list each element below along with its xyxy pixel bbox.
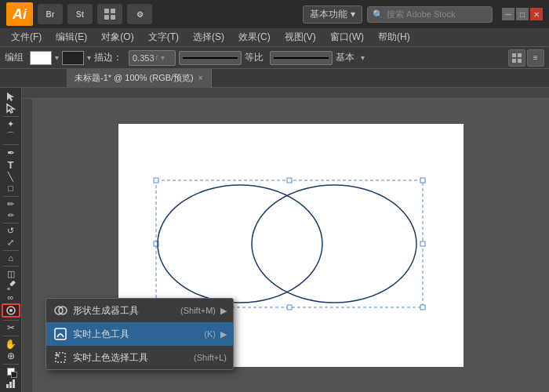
main-area: ✦ ⌒ ✒ T ╲ □ ✏ ✏ ↺ ⤢ ⌂ ◫ ∞ ✂ [0, 88, 549, 392]
ruler-top [22, 88, 549, 99]
svg-rect-17 [156, 180, 423, 307]
equal-label: 等比 [245, 51, 264, 64]
fill-color[interactable] [30, 51, 52, 65]
close-button[interactable]: ✕ [530, 8, 543, 20]
svg-rect-5 [518, 53, 522, 57]
live-paint-select-label: 实时上色选择工具 [73, 351, 189, 365]
live-paint-select-shortcut: (Shift+L) [194, 353, 227, 362]
stroke-color[interactable] [62, 51, 84, 65]
menu-text[interactable]: 文字(T) [142, 29, 185, 45]
menu-view[interactable]: 视图(V) [278, 29, 322, 45]
tool-rect[interactable]: □ [2, 183, 20, 194]
svg-rect-15 [9, 382, 12, 388]
tool-scissors[interactable]: ✂ [2, 322, 20, 333]
menu-effect[interactable]: 效果(C) [232, 29, 277, 45]
svg-rect-20 [420, 178, 425, 183]
maximize-button[interactable]: □ [516, 8, 529, 20]
ctx-shape-builder[interactable]: 形状生成器工具 (Shift+M) ▶ [46, 299, 233, 322]
svg-rect-0 [104, 9, 109, 13]
menu-object[interactable]: 对象(O) [95, 29, 140, 45]
menu-window[interactable]: 窗口(W) [324, 29, 370, 45]
tool-direct-select[interactable] [2, 103, 20, 114]
svg-rect-10 [9, 281, 16, 287]
arrange-icon[interactable]: ⚙ [127, 4, 152, 24]
svg-marker-9 [7, 104, 14, 113]
minimize-button[interactable]: ─ [502, 8, 514, 20]
tool-chart[interactable] [2, 378, 20, 389]
panel-icon[interactable]: ≡ [527, 49, 544, 67]
shape-builder-arrow: ▶ [220, 306, 227, 316]
svg-rect-18 [154, 178, 158, 183]
canvas-area[interactable]: 形状生成器工具 (Shift+M) ▶ 实时上色工具 (K) ▶ [22, 88, 549, 392]
ctx-live-paint-select[interactable]: 实时上色选择工具 (Shift+L) [46, 346, 233, 369]
svg-point-26 [158, 185, 322, 303]
tool-zoom[interactable]: ⊕ [2, 350, 20, 361]
basic-label: 基本 [336, 51, 354, 64]
tool-pen[interactable]: ✒ [2, 147, 20, 158]
live-paint-label: 实时上色工具 [73, 328, 199, 341]
grid-view-icon[interactable] [508, 49, 525, 67]
svg-rect-2 [104, 15, 109, 20]
tool-lasso[interactable]: ⌒ [2, 130, 20, 142]
svg-rect-7 [518, 59, 522, 63]
title-bar: Ai Br St ⚙ 基本功能 ▾ 🔍 搜索 Adobe Stock ─ □ ✕ [0, 0, 549, 28]
tool-blend[interactable]: ∞ [2, 292, 20, 303]
tool-select[interactable] [2, 91, 20, 102]
menu-edit[interactable]: 编辑(E) [49, 29, 93, 45]
live-paint-arrow: ▶ [220, 329, 227, 339]
stock-search[interactable]: 🔍 搜索 Adobe Stock [367, 6, 493, 23]
svg-rect-22 [420, 241, 425, 246]
tool-gradient[interactable]: ◫ [2, 269, 20, 280]
tool-type[interactable]: T [2, 159, 20, 171]
svg-marker-8 [7, 93, 14, 101]
shape-builder-label: 形状生成器工具 [73, 304, 176, 318]
tool-hand[interactable]: ✋ [2, 339, 20, 350]
tool-pencil[interactable]: ✏ [2, 210, 20, 221]
tool-line[interactable]: ╲ [2, 172, 20, 183]
document-tab[interactable]: 未标题-1* @ 100% (RGB/预览) × [67, 69, 212, 88]
tool-live-paint[interactable] [2, 303, 20, 318]
workspace-dropdown[interactable]: 基本功能 ▾ [303, 5, 362, 24]
tool-brush[interactable]: ✏ [2, 198, 20, 209]
shape-builder-icon [53, 303, 68, 318]
shape-builder-shortcut: (Shift+M) [180, 306, 216, 315]
stroke-label: 描边： [94, 51, 122, 64]
svg-rect-14 [6, 384, 9, 388]
svg-marker-32 [56, 354, 60, 358]
live-paint-icon [53, 326, 68, 342]
arrange-icons: ≡ [508, 49, 544, 67]
svg-rect-4 [512, 53, 516, 57]
tool-warp[interactable]: ⌂ [2, 253, 20, 264]
stock-icon[interactable]: St [67, 4, 93, 24]
svg-rect-19 [287, 178, 292, 183]
live-paint-select-icon [53, 350, 68, 365]
grid-icon[interactable] [97, 4, 122, 24]
stroke-profile[interactable] [270, 51, 333, 65]
doc-tab-bar: 未标题-1* @ 100% (RGB/预览) × [0, 69, 549, 88]
svg-rect-1 [111, 9, 115, 13]
menu-help[interactable]: 帮助(H) [372, 29, 416, 45]
menu-file[interactable]: 文件(F) [5, 29, 48, 45]
svg-rect-6 [512, 59, 516, 63]
doc-tab-close[interactable]: × [198, 74, 203, 82]
svg-point-27 [252, 185, 416, 303]
tool-colors[interactable] [2, 366, 20, 377]
menu-select[interactable]: 选择(S) [187, 29, 231, 45]
window-controls: ─ □ ✕ [502, 8, 543, 20]
tool-scale[interactable]: ⤢ [2, 237, 20, 248]
tool-eyedropper[interactable] [2, 280, 20, 291]
options-label: 编组 [5, 51, 24, 64]
stroke-line-style[interactable] [179, 51, 242, 65]
svg-point-13 [9, 309, 13, 312]
context-menu: 形状生成器工具 (Shift+M) ▶ 实时上色工具 (K) ▶ [45, 298, 234, 370]
ctx-live-paint[interactable]: 实时上色工具 (K) ▶ [46, 322, 233, 346]
svg-rect-3 [111, 15, 115, 20]
tool-rotate[interactable]: ↺ [2, 226, 20, 237]
bridge-icon[interactable]: Br [38, 4, 63, 24]
stroke-width-input[interactable]: 0.353 r ▾ [129, 50, 176, 66]
options-bar: 编组 ▾ ▾ 描边： 0.353 r ▾ 等比 基本 ▾ ≡ [0, 47, 549, 69]
tool-magic-wand[interactable]: ✦ [2, 119, 20, 130]
toolbar: ✦ ⌒ ✒ T ╲ □ ✏ ✏ ↺ ⤢ ⌂ ◫ ∞ ✂ [0, 88, 22, 392]
svg-rect-16 [13, 379, 15, 388]
live-paint-shortcut: (K) [204, 329, 216, 339]
